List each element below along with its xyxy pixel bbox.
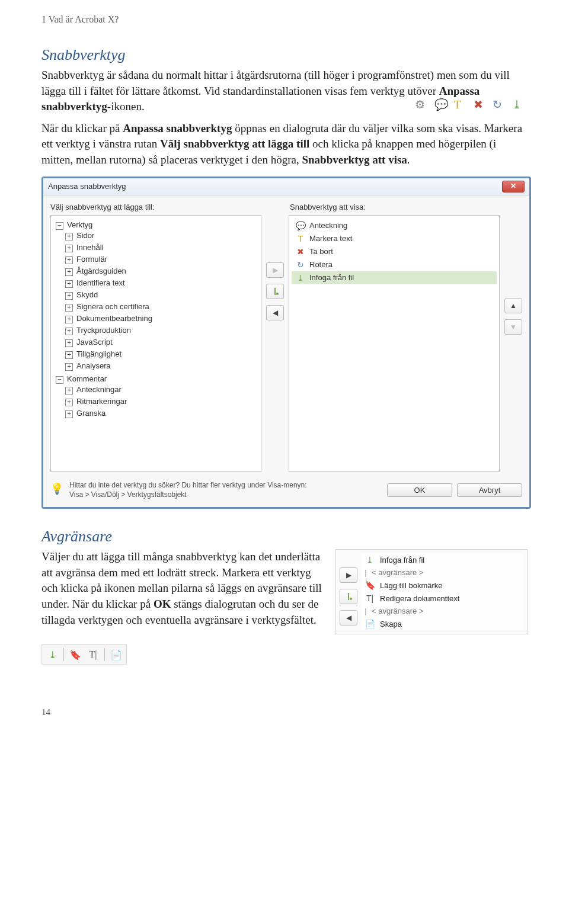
expand-icon[interactable]: +	[65, 256, 73, 264]
bold-anpassa-snabbverktyg-2: Anpassa snabbverktyg	[123, 122, 232, 134]
remove-icon: ✖	[474, 97, 488, 111]
move-right-button[interactable]: ▶	[340, 567, 357, 583]
tree-node[interactable]: +Signera och certifiera	[65, 301, 258, 313]
tree-node[interactable]: +Granska	[65, 408, 258, 419]
page-number: 14	[41, 707, 528, 717]
expand-icon[interactable]: +	[65, 387, 73, 394]
move-down-button[interactable]: ▼	[504, 319, 522, 335]
mini-list[interactable]: ⤓ Infoga från fil | < avgränsare > 🔖 Läg…	[361, 553, 523, 630]
bookmark-icon: 🔖	[365, 580, 375, 590]
tree-label: Verktyg	[67, 220, 92, 229]
list-item-label: Markera text	[309, 234, 352, 243]
right-pane-label: Snabbverktyg att visa:	[283, 203, 522, 211]
expand-icon[interactable]: +	[65, 268, 73, 276]
bold-snabbverktyg-att-visa: Snabbverktyg att visa	[302, 153, 407, 166]
list-item[interactable]: ✖ Ta bort	[292, 245, 497, 258]
tool-tree[interactable]: −Verktyg +Sidor +Innehåll +Formulär +Åtg…	[50, 215, 261, 472]
tree-label: Tillgänglighet	[76, 349, 122, 358]
list-item-label: Ta bort	[309, 247, 333, 256]
list-item-separator[interactable]: | < avgränsare >	[361, 605, 523, 617]
tree-node[interactable]: +Anteckningar	[65, 384, 258, 396]
insert-icon: ⤓	[365, 555, 375, 564]
expand-icon[interactable]: +	[65, 245, 73, 252]
expand-icon[interactable]: +	[65, 292, 73, 300]
cancel-button[interactable]: Avbryt	[457, 483, 522, 497]
expand-icon[interactable]: +	[65, 316, 73, 323]
insert-icon: ⤓	[46, 648, 59, 661]
collapse-icon[interactable]: −	[56, 222, 63, 230]
list-item[interactable]: ⤓ Infoga från fil	[292, 271, 497, 284]
tree-node[interactable]: +Skydd	[65, 289, 258, 301]
mini-panel: ▶ ◀ ⤓ Infoga från fil | < avgränsare > 🔖…	[335, 549, 528, 634]
section1-paragraph1: Snabbverktyg är sådana du normalt hittar…	[41, 68, 528, 115]
list-item-label: < avgränsare >	[372, 568, 423, 577]
tree-node[interactable]: +Sidor	[65, 230, 258, 242]
tree-node[interactable]: +Tryckproduktion	[65, 325, 258, 336]
toolbar-icon-row: ⚙ 💬 T ✖ ↻ ⤓	[414, 95, 528, 111]
list-item[interactable]: T| Redigera dokumenttext	[361, 592, 523, 605]
separator-icon	[271, 287, 279, 296]
collapse-icon[interactable]: −	[56, 376, 63, 384]
tree-node[interactable]: +JavaScript	[65, 336, 258, 348]
tree-label: Signera och certifiera	[76, 302, 149, 311]
tree-label: Åtgärdsguiden	[76, 267, 126, 275]
move-right-button[interactable]: ▶	[266, 262, 284, 278]
tree-label: JavaScript	[76, 338, 113, 346]
bookmark-icon: 🔖	[69, 648, 82, 661]
list-item[interactable]: ⤓ Infoga från fil	[361, 553, 523, 566]
create-icon: 📄	[110, 648, 123, 661]
expand-icon[interactable]: +	[65, 363, 73, 371]
move-left-button[interactable]: ◀	[340, 610, 357, 625]
expand-icon[interactable]: +	[65, 233, 73, 240]
list-item-label: Infoga från fil	[380, 556, 424, 564]
ok-button[interactable]: OK	[387, 483, 452, 497]
move-left-button[interactable]: ◀	[266, 305, 284, 320]
tree-label: Analysera	[76, 361, 111, 370]
list-item[interactable]: 💬 Anteckning	[292, 219, 497, 232]
list-item-separator[interactable]: | < avgränsare >	[361, 566, 523, 579]
tree-node[interactable]: +Formulär	[65, 254, 258, 265]
list-item[interactable]: 🔖 Lägg till bokmärke	[361, 579, 523, 592]
tree-node[interactable]: +Analysera	[65, 360, 258, 372]
expand-icon[interactable]: +	[65, 339, 73, 347]
rotate-icon: ↻	[295, 260, 306, 270]
tree-node[interactable]: +Ritmarkeringar	[65, 396, 258, 408]
section-title-snabbverktyg: Snabbverktyg	[41, 46, 528, 64]
tree-label: Sidor	[76, 231, 94, 240]
tree-node[interactable]: +Identifiera text	[65, 277, 258, 289]
breadcrumb: 1 Vad är Acrobat X?	[41, 14, 528, 25]
list-item-label: Infoga från fil	[309, 273, 354, 282]
list-item[interactable]: 📄 Skapa	[361, 617, 523, 630]
tree-node[interactable]: +Åtgärdsguiden	[65, 265, 258, 277]
tree-label: Identifiera text	[76, 278, 125, 287]
bold-valj-snabbverktyg: Välj snabbverktyg att lägga till	[160, 137, 309, 150]
add-separator-button[interactable]	[340, 589, 357, 604]
insert-icon: ⤓	[512, 97, 526, 111]
list-item[interactable]: ↻ Rotera	[292, 258, 497, 271]
text-run: .	[407, 153, 410, 166]
close-button[interactable]: ✕	[502, 181, 525, 192]
tree-label: Innehåll	[76, 243, 104, 252]
move-up-button[interactable]: ▲	[504, 298, 522, 313]
textedit-icon: T|	[365, 593, 375, 603]
expand-icon[interactable]: +	[65, 304, 73, 312]
expand-icon[interactable]: +	[65, 328, 73, 335]
tree-node[interactable]: +Dokumentbearbetning	[65, 313, 258, 325]
tree-node[interactable]: −Kommentar +Anteckningar +Ritmarkeringar…	[56, 373, 258, 421]
hint-line2: Visa > Visa/Dölj > Verktygsfältsobjekt	[69, 490, 187, 499]
tree-label: Dokumentbearbetning	[76, 314, 152, 323]
selected-tools-list[interactable]: 💬 Anteckning T Markera text ✖ Ta bort ↻ …	[289, 215, 500, 472]
tree-label: Tryckproduktion	[76, 326, 131, 335]
expand-icon[interactable]: +	[65, 280, 73, 288]
tree-node[interactable]: +Innehåll	[65, 242, 258, 254]
add-separator-button[interactable]	[266, 284, 284, 299]
anpassa-snabbverktyg-dialog: Anpassa snabbverktyg ✕ Välj snabbverktyg…	[41, 177, 531, 509]
expand-icon[interactable]: +	[65, 399, 73, 406]
note-icon: 💬	[434, 97, 449, 111]
expand-icon[interactable]: +	[65, 351, 73, 359]
mini-center-controls: ▶ ◀	[340, 553, 357, 630]
list-item[interactable]: T Markera text	[292, 232, 497, 245]
expand-icon[interactable]: +	[65, 410, 73, 418]
tree-node[interactable]: +Tillgänglighet	[65, 348, 258, 360]
tree-node[interactable]: −Verktyg +Sidor +Innehåll +Formulär +Åtg…	[56, 219, 258, 373]
